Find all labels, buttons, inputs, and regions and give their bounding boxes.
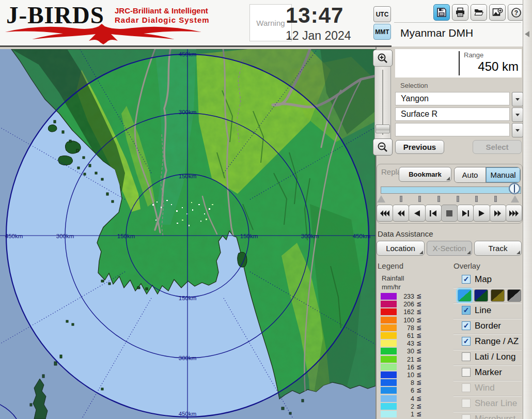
legend-swatch xyxy=(381,411,397,417)
open-folder-button[interactable] xyxy=(471,4,487,21)
lte-symbol: ≦ xyxy=(416,332,421,339)
map-style-4-button[interactable] xyxy=(507,289,521,302)
header-underline xyxy=(0,45,392,47)
lte-symbol: ≦ xyxy=(416,410,421,417)
zoom-slider-track[interactable] xyxy=(374,66,391,139)
step-forward-button[interactable] xyxy=(457,205,474,222)
option-dropdown-field[interactable] xyxy=(395,123,510,136)
lte-symbol: ≦ xyxy=(416,308,421,315)
overlay-row-lati-long[interactable]: Lati / Long xyxy=(453,350,522,365)
legend-value: 4 xyxy=(398,395,414,402)
lte-symbol: ≦ xyxy=(416,395,421,402)
ring-label-450-left: 450km xyxy=(5,233,23,239)
manual-button[interactable]: Manual xyxy=(486,167,520,182)
play-reverse-button[interactable] xyxy=(409,205,425,222)
header-bar: J-BIRDS JRC-Brilliant & Intelligent Rada… xyxy=(0,0,532,46)
legend-swatch xyxy=(381,371,397,378)
auto-button[interactable]: Auto xyxy=(455,167,486,182)
line-checkbox[interactable]: ✓ xyxy=(462,306,471,315)
overlay-row-marker[interactable]: Marker xyxy=(453,365,522,381)
legend-swatch xyxy=(381,324,397,331)
legend-row: 100≦ xyxy=(381,317,448,324)
zoom-out-button[interactable] xyxy=(373,138,393,156)
product-dropdown-button[interactable] xyxy=(512,107,523,122)
legend-swatch xyxy=(381,301,397,307)
legend-value: 6 xyxy=(398,387,414,394)
add-image-button[interactable] xyxy=(489,4,506,21)
step-back-icon xyxy=(430,210,436,217)
lte-symbol: ≦ xyxy=(416,316,421,323)
replay-slider-thumb[interactable] xyxy=(509,183,520,194)
location-button[interactable]: Location xyxy=(377,241,425,256)
previous-button[interactable]: Previous xyxy=(395,140,444,154)
overlay-row-range-az[interactable]: ✓ Range / AZ xyxy=(453,334,522,350)
site-dropdown-field[interactable]: Yangon xyxy=(395,92,510,105)
mmt-button[interactable]: MMT xyxy=(373,24,391,40)
stop-button[interactable] xyxy=(441,205,458,222)
legend-value: 78 xyxy=(398,324,414,332)
print-button[interactable] xyxy=(452,4,468,21)
collapse-left-icon[interactable] xyxy=(525,31,529,37)
lte-symbol: ≦ xyxy=(416,339,421,347)
save-button[interactable] xyxy=(433,4,450,21)
option-dropdown-button[interactable] xyxy=(512,123,523,137)
zoom-slider-thumb[interactable] xyxy=(375,125,390,133)
fast-forward-button[interactable] xyxy=(490,205,506,222)
step-back-button[interactable] xyxy=(425,205,442,222)
zoom-in-button[interactable] xyxy=(373,50,393,67)
clock-time: 13:47 xyxy=(286,3,368,28)
radar-map[interactable]: 450km 300km 150km 150km 300km 450km 450k… xyxy=(0,49,375,419)
legend-value: 8 xyxy=(398,379,414,386)
marker-checkbox[interactable] xyxy=(462,368,471,377)
product-dropdown-field[interactable]: Surface R xyxy=(395,107,510,121)
legend-value: 43 xyxy=(398,340,414,347)
map-style-3-button[interactable] xyxy=(491,289,505,302)
replay-slider-track[interactable] xyxy=(381,187,521,194)
panel-collapse-strip[interactable] xyxy=(523,0,532,419)
map-checkbox[interactable]: ✓ xyxy=(462,275,471,284)
help-button[interactable]: ? xyxy=(508,4,524,21)
replay-mode-switch: Auto Manual xyxy=(454,167,521,183)
legend-row: 43≦ xyxy=(381,340,448,347)
range-label: Range xyxy=(464,51,483,59)
overlay-row-map[interactable]: ✓ Map xyxy=(453,272,522,288)
open-folder-icon xyxy=(474,7,484,18)
legend-row: 10≦ xyxy=(381,371,448,379)
lati-long-checkbox[interactable] xyxy=(462,352,471,361)
legend-value: 1 xyxy=(398,411,414,418)
forward-to-end-button[interactable] xyxy=(506,205,522,222)
overlay-row-microburst: Microburst xyxy=(453,412,522,419)
slider-end-marker[interactable] xyxy=(511,195,519,203)
overlay-row-border[interactable]: ✓ Border xyxy=(453,319,522,334)
bookmark-button[interactable]: Bookmark xyxy=(399,167,451,182)
lte-symbol: ≦ xyxy=(416,324,421,331)
fast-rewind-icon xyxy=(398,210,404,217)
slider-start-marker[interactable] xyxy=(377,195,385,203)
utc-button[interactable]: UTC xyxy=(373,6,391,22)
site-dropdown-button[interactable] xyxy=(512,92,523,106)
station-name: Myanmar DMH xyxy=(400,27,473,39)
help-icon: ? xyxy=(511,7,522,18)
wind-checkbox xyxy=(462,383,471,392)
map-style-2-button[interactable] xyxy=(474,289,488,302)
overlay-row-line[interactable]: ✓ Line xyxy=(453,303,522,319)
border-checkbox[interactable]: ✓ xyxy=(462,321,471,330)
map-style-1-button[interactable] xyxy=(458,289,472,302)
play-button[interactable] xyxy=(473,205,490,222)
track-button[interactable]: Track xyxy=(474,241,522,256)
radar-map-canvas: 450km 300km 150km 150km 300km 450km 450k… xyxy=(0,49,375,419)
rewind-to-start-button[interactable] xyxy=(377,205,393,222)
legend-value: 100 xyxy=(398,317,414,324)
legend-row: 206≦ xyxy=(381,301,448,308)
legend-swatch xyxy=(381,308,397,315)
forward-to-end-icon xyxy=(509,210,519,217)
play-reverse-icon xyxy=(414,210,420,217)
ring-label-150-left: 150km xyxy=(117,233,135,239)
menu-grip-icon xyxy=(517,251,520,254)
print-icon xyxy=(455,7,465,18)
data-assistance-label: Data Assistance xyxy=(378,229,433,238)
fast-forward-icon xyxy=(494,210,501,217)
range-az-checkbox[interactable]: ✓ xyxy=(462,337,471,346)
save-icon xyxy=(436,7,447,18)
fast-rewind-button[interactable] xyxy=(393,205,409,222)
